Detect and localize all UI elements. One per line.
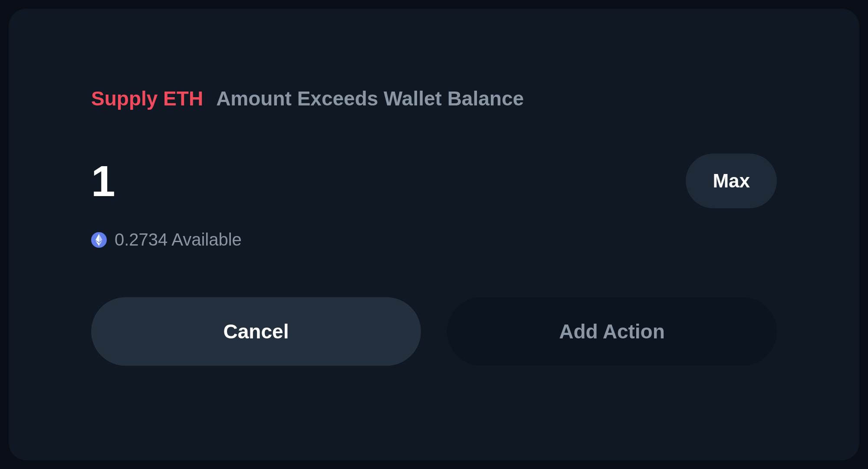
add-action-button[interactable]: Add Action (447, 297, 777, 366)
max-button[interactable]: Max (686, 154, 777, 208)
warning-message: Amount Exceeds Wallet Balance (216, 87, 524, 110)
balance-row: 0.2734 Available (91, 230, 777, 249)
supply-panel: Supply ETH Amount Exceeds Wallet Balance… (9, 9, 859, 460)
amount-input-row: Max (91, 154, 777, 208)
panel-title: Supply ETH (91, 87, 203, 110)
available-balance: 0.2734 Available (115, 230, 242, 249)
panel-header: Supply ETH Amount Exceeds Wallet Balance (91, 87, 777, 110)
amount-input[interactable] (91, 156, 503, 206)
ethereum-icon (91, 232, 107, 248)
action-buttons: Cancel Add Action (91, 297, 777, 366)
cancel-button[interactable]: Cancel (91, 297, 421, 366)
